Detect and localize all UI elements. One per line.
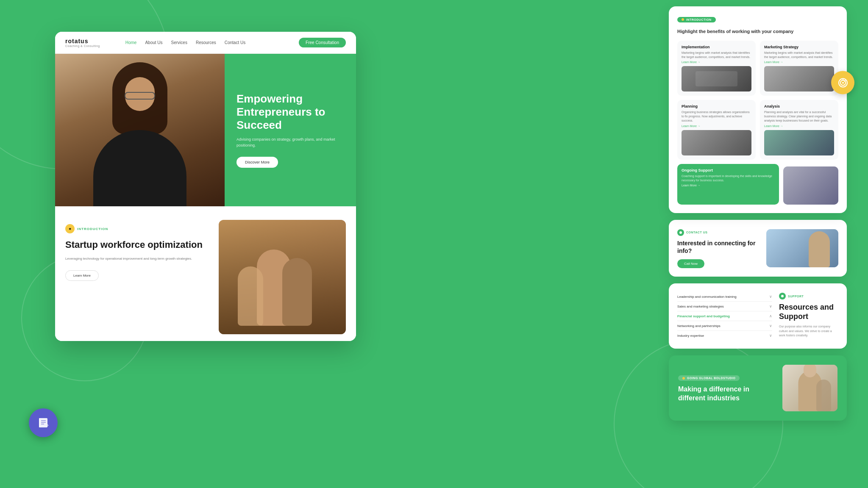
contact-tag-icon bbox=[677, 229, 684, 236]
contact-tag: CONTACT US bbox=[677, 229, 707, 236]
svg-point-10 bbox=[679, 231, 682, 234]
support-tag-icon bbox=[779, 293, 786, 299]
service-image-support bbox=[783, 166, 838, 205]
section-description: Leveraging technology for operational im… bbox=[65, 256, 209, 262]
resource-arrow-2: ∨ bbox=[769, 304, 772, 308]
nav-link-services[interactable]: Services bbox=[171, 40, 187, 45]
book-icon bbox=[36, 416, 50, 430]
badge-label: INTRODUCTION bbox=[77, 227, 108, 231]
service-item-implementation[interactable]: Implementation Marketing begins with mar… bbox=[677, 41, 756, 96]
service-desc-marketing: Marketing begins with market analysis th… bbox=[764, 51, 834, 59]
resources-list-section: Leadership and communication training ∨ … bbox=[677, 292, 772, 340]
resources-card: Leadership and communication training ∨ … bbox=[669, 283, 847, 349]
tag-dot bbox=[682, 18, 684, 21]
target-icon bbox=[837, 77, 849, 89]
service-desc-analysis: Planning and analysis are vital for a su… bbox=[764, 110, 834, 122]
service-item-marketing[interactable]: Marketing Strategy Marketing begins with… bbox=[760, 41, 838, 96]
logo-subtitle: Coaching & Consulting bbox=[65, 44, 100, 47]
support-tag-label: SUPPORT bbox=[788, 295, 804, 298]
goal-icon bbox=[831, 71, 854, 94]
contact-left: CONTACT US Interested in connecting for … bbox=[677, 228, 760, 268]
industries-title: Making a difference in different industr… bbox=[678, 385, 776, 403]
intro-badge: ✦ INTRODUCTION bbox=[65, 224, 209, 233]
services-card-wrapper: INTRODUCTION Highlight the benefits of w… bbox=[669, 6, 847, 213]
resource-arrow-4: ∨ bbox=[769, 324, 772, 328]
second-section-left: ✦ INTRODUCTION Startup workforce optimiz… bbox=[65, 220, 209, 334]
service-name-planning: Planning bbox=[682, 104, 751, 108]
badge-icon: ✦ bbox=[65, 224, 75, 233]
resource-text-5: Industry expertise bbox=[677, 334, 704, 338]
service-learn-analysis[interactable]: Learn More → bbox=[764, 125, 834, 128]
service-image-impl bbox=[682, 66, 751, 92]
resources-list: Leadership and communication training ∨ … bbox=[677, 292, 772, 340]
logo-name: rotatus bbox=[65, 38, 100, 44]
services-tagline: Highlight the benefits of working with y… bbox=[677, 28, 838, 35]
group-photo bbox=[219, 220, 346, 334]
services-grid: Implementation Marketing begins with mar… bbox=[677, 41, 838, 160]
industries-card: GOING GLOBAL BOLDSTUDIO Making a differe… bbox=[669, 355, 847, 421]
service-desc-impl: Marketing begins with market analysis th… bbox=[682, 51, 751, 59]
resource-item-3[interactable]: Financial support and budgeting ∧ bbox=[677, 311, 772, 321]
nav-link-contact[interactable]: Contact Us bbox=[225, 40, 245, 45]
service-desc-support: Coaching support is important in develop… bbox=[682, 174, 775, 183]
learn-more-button[interactable]: Learn More bbox=[65, 270, 99, 281]
service-image-planning bbox=[682, 130, 751, 155]
hero-image bbox=[55, 54, 225, 206]
left-website-mockup: rotatus Coaching & Consulting Home About… bbox=[55, 32, 356, 341]
ongoing-support-row: Ongoing Support Coaching support is impo… bbox=[677, 164, 838, 205]
resource-item-4[interactable]: Networking and partnerships ∨ bbox=[677, 321, 772, 331]
service-name-marketing: Marketing Strategy bbox=[764, 45, 834, 49]
resource-text-3: Financial support and budgeting bbox=[677, 314, 730, 318]
service-learn-marketing[interactable]: Learn More → bbox=[764, 61, 834, 64]
industries-image bbox=[782, 365, 837, 411]
call-now-button[interactable]: Call Now bbox=[677, 259, 704, 268]
nav-link-home[interactable]: Home bbox=[125, 40, 137, 45]
service-name-impl: Implementation bbox=[682, 45, 751, 49]
contact-image bbox=[766, 229, 838, 267]
hero-subtitle: Advising companies on strategy, growth p… bbox=[236, 137, 344, 148]
resource-arrow-1: ∨ bbox=[769, 294, 772, 299]
industries-left: GOING GLOBAL BOLDSTUDIO Making a differe… bbox=[678, 374, 776, 403]
second-section: ✦ INTRODUCTION Startup workforce optimiz… bbox=[55, 206, 356, 341]
resources-description: Our purpose also informs our company cul… bbox=[779, 324, 838, 338]
resource-item-5[interactable]: Industry expertise ∨ bbox=[677, 331, 772, 340]
svg-point-11 bbox=[781, 295, 784, 297]
nav-link-resources[interactable]: Resources bbox=[196, 40, 216, 45]
right-panel: INTRODUCTION Highlight the benefits of w… bbox=[669, 6, 847, 481]
bottom-left-icon bbox=[29, 408, 58, 437]
industries-tag-dot bbox=[682, 377, 685, 380]
discover-more-button[interactable]: Discover More bbox=[236, 157, 278, 168]
resource-text-4: Networking and partnerships bbox=[677, 324, 721, 328]
resource-item-2[interactable]: Sales and marketing strategies ∨ bbox=[677, 302, 772, 311]
resource-text-1: Leadership and communication training bbox=[677, 295, 737, 299]
contact-title: Interested in connecting for info? bbox=[677, 239, 760, 255]
service-item-analysis[interactable]: Analysis Planning and analysis are vital… bbox=[760, 100, 838, 159]
service-image-analysis bbox=[764, 130, 834, 155]
resource-arrow-5: ∨ bbox=[769, 333, 772, 338]
resources-right: SUPPORT Resources and Support Our purpos… bbox=[779, 292, 838, 340]
svg-point-7 bbox=[842, 82, 844, 83]
hero-content: Empowering Entrepreneurs to Succeed Advi… bbox=[225, 54, 356, 206]
service-item-planning[interactable]: Planning Organizing business strategies … bbox=[677, 100, 756, 159]
free-consultation-button[interactable]: Free Consultation bbox=[299, 38, 346, 47]
service-learn-support[interactable]: Learn More → bbox=[682, 184, 775, 187]
contact-card: CONTACT US Interested in connecting for … bbox=[669, 220, 847, 277]
nav-link-about[interactable]: About Us bbox=[145, 40, 162, 45]
navbar: rotatus Coaching & Consulting Home About… bbox=[55, 32, 356, 54]
nav-links: Home About Us Services Resources Contact… bbox=[125, 40, 299, 45]
service-image-marketing bbox=[764, 66, 834, 92]
service-name-support: Ongoing Support bbox=[682, 168, 775, 172]
logo: rotatus Coaching & Consulting bbox=[65, 38, 100, 47]
service-desc-planning: Organizing business strategies allows or… bbox=[682, 110, 751, 122]
service-learn-impl[interactable]: Learn More → bbox=[682, 61, 751, 64]
services-tag-label: INTRODUCTION bbox=[686, 18, 712, 21]
hero-title: Empowering Entrepreneurs to Succeed bbox=[236, 92, 344, 132]
service-learn-planning[interactable]: Learn More → bbox=[682, 125, 751, 128]
service-item-support[interactable]: Ongoing Support Coaching support is impo… bbox=[677, 164, 779, 205]
hero-section: Empowering Entrepreneurs to Succeed Advi… bbox=[55, 54, 356, 206]
industries-tag: GOING GLOBAL BOLDSTUDIO bbox=[678, 375, 740, 381]
resource-text-2: Sales and marketing strategies bbox=[677, 305, 724, 308]
svg-rect-1 bbox=[39, 418, 40, 427]
resource-item-1[interactable]: Leadership and communication training ∨ bbox=[677, 292, 772, 302]
contact-tag-label: CONTACT US bbox=[686, 231, 707, 234]
